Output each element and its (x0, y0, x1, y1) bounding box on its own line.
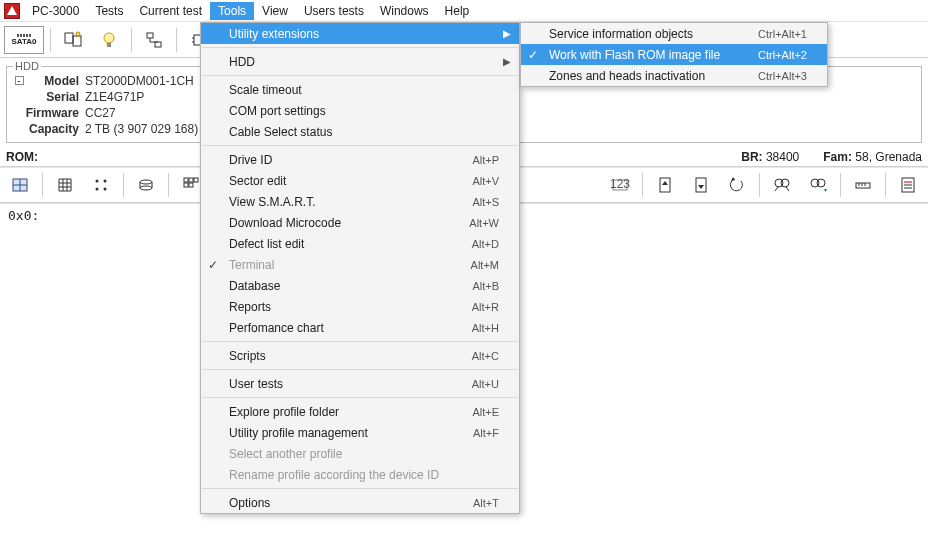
shortcut-label: Ctrl+Alt+1 (758, 28, 807, 40)
shortcut-label: Alt+S (472, 196, 499, 208)
tools-menu-item-utility-profile-management[interactable]: Utility profile managementAlt+F (201, 422, 519, 443)
utility-ext-item-zones-and-heads-inactivation[interactable]: Zones and heads inactivationCtrl+Alt+3 (521, 65, 827, 86)
menu-tests[interactable]: Tests (87, 2, 131, 20)
disks-icon[interactable] (130, 170, 162, 200)
tools-menu-item-label: User tests (229, 377, 472, 391)
pageup-icon[interactable] (649, 170, 681, 200)
pagedn-icon[interactable] (685, 170, 717, 200)
tools-menu-item-label: Database (229, 279, 472, 293)
tools-menu-item-user-tests[interactable]: User testsAlt+U (201, 373, 519, 394)
tools-menu-item-explore-profile-folder[interactable]: Explore profile folderAlt+E (201, 401, 519, 422)
shortcut-label: Alt+R (472, 301, 499, 313)
shortcut-label: Alt+D (472, 238, 499, 250)
svg-rect-28 (184, 183, 188, 187)
tools-menu-separator (202, 488, 518, 489)
model-value: ST2000DM001-1CH (85, 74, 198, 88)
tools-menu-item-options[interactable]: OptionsAlt+T (201, 492, 519, 513)
svg-point-23 (140, 180, 152, 184)
svg-line-40 (786, 187, 789, 191)
devices-icon[interactable] (57, 25, 89, 55)
tools-menu-item-label: Utility extensions (229, 27, 499, 41)
utility-ext-item-service-information-objects[interactable]: Service information objectsCtrl+Alt+1 (521, 23, 827, 44)
tools-menu-item-hdd[interactable]: HDD▶ (201, 51, 519, 72)
tools-menu-item-label: COM port settings (229, 104, 499, 118)
tools-menu-item-download-microcode[interactable]: Download MicrocodeAlt+W (201, 212, 519, 233)
br-value: 38400 (766, 150, 799, 164)
menu-view[interactable]: View (254, 2, 296, 20)
bulb-icon[interactable] (93, 25, 125, 55)
tools-menu-item-defect-list-edit[interactable]: Defect list editAlt+D (201, 233, 519, 254)
menu-tools[interactable]: Tools (210, 2, 254, 20)
findnext-icon[interactable] (802, 170, 834, 200)
menu-help[interactable]: Help (437, 2, 478, 20)
net-icon[interactable] (138, 25, 170, 55)
shortcut-label: Alt+E (472, 406, 499, 418)
check-icon: ✓ (208, 258, 218, 272)
svg-point-38 (781, 179, 789, 187)
hex-icon[interactable]: 123 (604, 170, 636, 200)
menu-current-test[interactable]: Current test (131, 2, 210, 20)
ruler-icon[interactable] (847, 170, 879, 200)
tools-menu-item-sector-edit[interactable]: Sector editAlt+V (201, 170, 519, 191)
tools-menu-separator (202, 75, 518, 76)
tools-menu-item-database[interactable]: DatabaseAlt+B (201, 275, 519, 296)
dots-icon[interactable] (85, 170, 117, 200)
tools-menu-item-com-port-settings[interactable]: COM port settings (201, 100, 519, 121)
tools-menu-item-scripts[interactable]: ScriptsAlt+C (201, 345, 519, 366)
svg-rect-6 (155, 42, 161, 47)
svg-text:123: 123 (610, 177, 630, 191)
sata-port-indicator[interactable]: SATA0 (4, 26, 44, 54)
shortcut-label: Ctrl+Alt+2 (758, 49, 807, 61)
menu-users-tests[interactable]: Users tests (296, 2, 372, 20)
grid-icon[interactable] (49, 170, 81, 200)
model-label: Model (25, 74, 85, 88)
tools-dropdown: Utility extensions▶HDD▶Scale timeoutCOM … (200, 22, 520, 514)
svg-point-20 (104, 180, 107, 183)
app-icon (4, 3, 20, 19)
shortcut-label: Alt+V (472, 175, 499, 187)
find-icon[interactable] (766, 170, 798, 200)
tools-menu-item-label: Utility profile management (229, 426, 473, 440)
tools-menu-item-label: Explore profile folder (229, 405, 472, 419)
tools-menu-separator (202, 145, 518, 146)
tools-menu-item-label: Rename profile according the device ID (229, 468, 499, 482)
tools-menu-item-label: Scripts (229, 349, 472, 363)
hdd-legend: HDD (13, 60, 41, 72)
tools-menu-item-label: View S.M.A.R.T. (229, 195, 472, 209)
menu-pc3000[interactable]: PC-3000 (24, 2, 87, 20)
tools-menu-item-drive-id[interactable]: Drive IDAlt+P (201, 149, 519, 170)
menubar: PC-3000 Tests Current test Tools View Us… (0, 0, 928, 22)
tree-collapse-icon[interactable]: - (15, 76, 24, 85)
tools-menu-item-cable-select-status[interactable]: Cable Select status (201, 121, 519, 142)
utility-extensions-submenu: Service information objectsCtrl+Alt+1✓Wo… (520, 22, 828, 87)
tools-menu-item-rename-profile-according-the-device-id: Rename profile according the device ID (201, 464, 519, 485)
tools-menu-item-reports[interactable]: ReportsAlt+R (201, 296, 519, 317)
svg-point-42 (817, 179, 825, 187)
tools-menu-item-label: HDD (229, 55, 499, 69)
shortcut-label: Alt+B (472, 280, 499, 292)
svg-rect-0 (65, 33, 73, 43)
svg-point-21 (96, 188, 99, 191)
map-icon[interactable] (4, 170, 36, 200)
menu-windows[interactable]: Windows (372, 2, 437, 20)
note-icon[interactable] (892, 170, 924, 200)
shortcut-label: Alt+W (469, 217, 499, 229)
tools-menu-item-label: Drive ID (229, 153, 472, 167)
tools-menu-separator (202, 47, 518, 48)
svg-point-2 (76, 32, 80, 36)
tools-menu-item-perfomance-chart[interactable]: Perfomance chartAlt+H (201, 317, 519, 338)
tools-menu-item-scale-timeout[interactable]: Scale timeout (201, 79, 519, 100)
utility-ext-item-work-with-flash-rom-image-file[interactable]: ✓Work with Flash ROM image fileCtrl+Alt+… (521, 44, 827, 65)
rom-label: ROM: (6, 150, 42, 164)
undo-icon[interactable] (721, 170, 753, 200)
tools-menu-item-utility-extensions[interactable]: Utility extensions▶ (201, 23, 519, 44)
tools-menu-item-label: Terminal (229, 258, 471, 272)
svg-line-39 (775, 187, 778, 191)
tools-menu-item-label: Options (229, 496, 473, 510)
tools-menu-separator (202, 369, 518, 370)
tools-menu-item-label: Download Microcode (229, 216, 469, 230)
tools-menu-item-label: Sector edit (229, 174, 472, 188)
tools-menu-item-view-s-m-a-r-t[interactable]: View S.M.A.R.T.Alt+S (201, 191, 519, 212)
shortcut-label: Alt+C (472, 350, 499, 362)
svg-rect-27 (194, 178, 198, 182)
